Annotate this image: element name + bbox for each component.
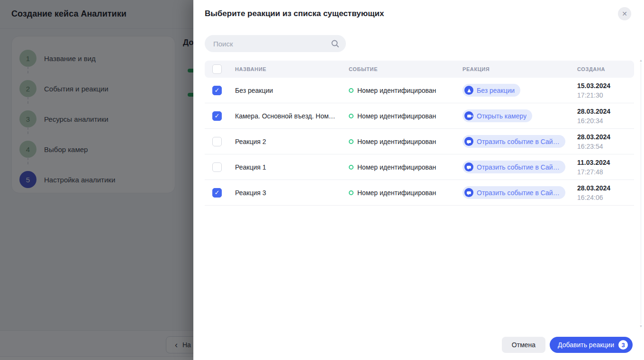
created-date: 11.03.2024 (577, 158, 634, 167)
add-reactions-button[interactable]: Добавить реакции 3 (550, 337, 633, 353)
check-icon: ✓ (215, 87, 220, 93)
created-cell: 28.03.202416:24:06 (577, 183, 634, 202)
chat-icon (464, 162, 473, 171)
event-status-icon (349, 190, 354, 195)
selected-count-badge: 3 (618, 340, 628, 350)
scroll-down-icon[interactable]: ▼ (639, 324, 643, 328)
event-status-icon (349, 88, 354, 93)
table-row[interactable]: ✓ Реакция 1 Номер идентифицирован Отрази… (205, 154, 634, 180)
scrollbar[interactable]: ▲ ▼ (638, 59, 643, 328)
created-date: 28.03.2024 (577, 183, 634, 193)
row-checkbox[interactable]: ✓ (212, 137, 222, 146)
reaction-badge: Без реакции (463, 84, 520, 97)
table-row[interactable]: ✓ Камера. Основной въезд. Ном… Номер иде… (205, 103, 634, 129)
row-checkbox[interactable]: ✓ (212, 111, 222, 121)
search-box (205, 35, 346, 52)
event-cell: Номер идентифицирован (349, 87, 463, 94)
modal-title: Выберите реакции из списка существующих (205, 9, 384, 18)
reaction-badge-label: Отразить событие в Сай… (477, 138, 560, 145)
row-checkbox[interactable]: ✓ (212, 162, 222, 172)
reaction-name: Реакция 1 (235, 163, 349, 171)
table-row[interactable]: ✓ Реакция 2 Номер идентифицирован Отрази… (205, 129, 634, 154)
reaction-name: Реакция 3 (235, 189, 349, 197)
event-status-icon (349, 165, 354, 170)
event-status-icon (349, 114, 354, 118)
table-row[interactable]: ✓ Без реакции Номер идентифицирован Без … (205, 78, 634, 103)
event-label: Номер идентифицирован (357, 87, 436, 94)
event-cell: Номер идентифицирован (349, 163, 463, 171)
event-status-icon (349, 139, 354, 144)
created-cell: 28.03.202416:20:34 (577, 107, 634, 126)
reaction-badge: Отразить событие в Сай… (463, 186, 565, 199)
created-cell: 11.03.202417:27:48 (577, 158, 634, 177)
close-icon: ✕ (622, 10, 627, 18)
created-cell: 15.03.202417:21:30 (577, 81, 634, 100)
created-time: 17:27:48 (577, 167, 634, 177)
reaction-badge: Открыть камеру (463, 109, 532, 122)
scroll-up-icon[interactable]: ▲ (639, 59, 643, 62)
created-time: 16:23:54 (577, 142, 634, 151)
event-label: Номер идентифицирован (357, 112, 436, 120)
reaction-badge-label: Без реакции (477, 87, 515, 94)
screen: Создание кейса Аналитики 1 Название и ви… (0, 0, 644, 360)
created-date: 15.03.2024 (577, 81, 634, 90)
camera-icon (464, 111, 473, 120)
event-cell: Номер идентифицирован (349, 112, 463, 120)
created-time: 16:20:34 (577, 116, 634, 126)
table-header-row: ✓ НАЗВАНИЕ СОБЫТИЕ РЕАКЦИЯ СОЗДАНА (205, 61, 634, 78)
select-all-checkbox[interactable]: ✓ (212, 64, 222, 74)
close-button[interactable]: ✕ (618, 7, 631, 20)
reactions-table: ✓ НАЗВАНИЕ СОБЫТИЕ РЕАКЦИЯ СОЗДАНА ✓ Без… (205, 61, 634, 206)
row-checkbox[interactable]: ✓ (212, 188, 222, 198)
created-time: 17:21:30 (577, 90, 634, 100)
reaction-badge: Отразить событие в Сай… (463, 161, 565, 173)
created-cell: 28.03.202416:23:54 (577, 132, 634, 151)
event-label: Номер идентифицирован (357, 138, 436, 145)
reaction-badge-label: Отразить событие в Сай… (477, 189, 560, 197)
reaction-name: Камера. Основной въезд. Ном… (235, 112, 349, 120)
column-header-reaction: РЕАКЦИЯ (463, 66, 577, 72)
column-header-name: НАЗВАНИЕ (235, 66, 349, 72)
search-input[interactable] (213, 40, 331, 48)
add-reactions-label: Добавить реакции (558, 341, 614, 349)
event-cell: Номер идентифицирован (349, 138, 463, 145)
chat-icon (464, 137, 473, 146)
reaction-name: Без реакции (235, 87, 349, 94)
event-label: Номер идентифицирован (357, 189, 436, 197)
modal-footer: Отмена Добавить реакции 3 (502, 337, 633, 353)
created-date: 28.03.2024 (577, 132, 634, 142)
reaction-badge-label: Отразить событие в Сай… (477, 163, 560, 171)
reaction-badge: Отразить событие в Сай… (463, 135, 565, 148)
created-time: 16:24:06 (577, 193, 634, 202)
alert-icon (464, 86, 473, 95)
created-date: 28.03.2024 (577, 107, 634, 116)
row-checkbox[interactable]: ✓ (212, 86, 222, 95)
table-row[interactable]: ✓ Реакция 3 Номер идентифицирован Отрази… (205, 180, 634, 206)
select-reactions-modal: Выберите реакции из списка существующих … (193, 0, 644, 360)
check-icon: ✓ (215, 189, 220, 196)
reaction-badge-label: Открыть камеру (477, 112, 526, 120)
check-icon: ✓ (215, 113, 220, 119)
event-cell: Номер идентифицирован (349, 189, 463, 197)
chat-icon (464, 188, 473, 197)
column-header-event: СОБЫТИЕ (349, 66, 463, 72)
cancel-button[interactable]: Отмена (502, 337, 545, 353)
column-header-created: СОЗДАНА (577, 66, 634, 72)
event-label: Номер идентифицирован (357, 163, 436, 171)
search-icon[interactable] (331, 39, 339, 48)
reaction-name: Реакция 2 (235, 138, 349, 145)
